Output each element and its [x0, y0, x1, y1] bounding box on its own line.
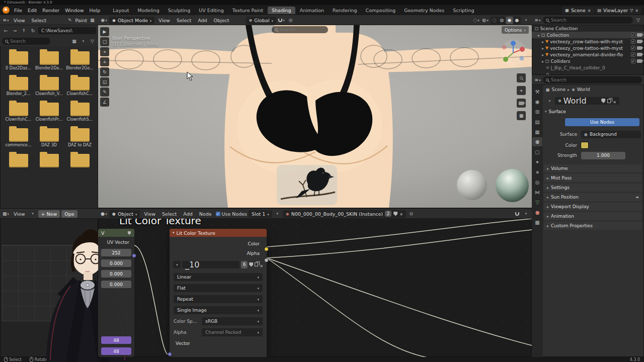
breadcrumb-scene[interactable]: Scene [552, 87, 566, 92]
fb-menu-view[interactable]: View [11, 17, 28, 24]
render-properties-icon[interactable]: ◉ [532, 97, 542, 106]
node-canvas[interactable]: V UV Vector 252 0.000 0.000 0.000 48 48 … [98, 219, 532, 357]
panel-volume[interactable]: Volume [544, 164, 642, 172]
users-count-badge[interactable]: 2 [385, 211, 391, 217]
select-tool-icon[interactable]: ▶ [100, 27, 109, 36]
fb-grid-icon[interactable]: ▦ [89, 17, 96, 24]
snap-magnet-icon[interactable] [278, 17, 285, 24]
overlay-options-icon[interactable] [522, 210, 530, 218]
expand-icon[interactable] [542, 52, 544, 57]
unlink-icon[interactable] [260, 260, 263, 269]
viewlayer-properties-icon[interactable]: ▤ [532, 117, 542, 126]
world-datablock-field[interactable]: ⊕ World [555, 97, 619, 105]
fb-display-settings-icon[interactable] [79, 38, 87, 45]
unlink-icon[interactable] [399, 211, 403, 217]
alpha-output-socket[interactable] [264, 258, 269, 262]
fake-user-icon[interactable] [393, 212, 397, 216]
pan-hand-icon[interactable]: + [517, 86, 526, 95]
image-texture-node[interactable]: ▾ Lit Color Texture Color Alpha _10 6 Li… [170, 229, 267, 357]
browse-material-icon[interactable] [274, 210, 281, 218]
vp-search-input[interactable] [280, 27, 325, 32]
editor-type-icon[interactable]: ◉ [100, 17, 108, 24]
fb-search-input[interactable] [10, 39, 47, 44]
color-space-dropdown[interactable]: sRGB [202, 317, 263, 325]
projection-dropdown[interactable]: Flat [174, 284, 263, 292]
editor-type-icon[interactable]: ≡ [2, 17, 10, 24]
folder-item[interactable]: ClownfishC... [3, 101, 34, 122]
render-visibility-icon[interactable] [637, 40, 642, 43]
editor-type-icon[interactable]: ▩ [2, 210, 10, 218]
menu-help[interactable]: Help [87, 7, 103, 14]
exclude-checkbox[interactable] [631, 59, 635, 63]
back-icon[interactable]: ← [2, 27, 10, 35]
shading-rendered-icon[interactable]: ● [513, 17, 521, 24]
vector-input-socket[interactable] [168, 352, 172, 356]
editor-type-icon[interactable]: ≡ [534, 17, 541, 24]
exclude-checkbox[interactable] [631, 46, 635, 50]
data-properties-icon[interactable]: ▽ [532, 198, 542, 207]
shading-solid-icon[interactable]: ◍ [498, 17, 506, 24]
shading-options-icon[interactable] [522, 17, 530, 24]
annotate-tool-icon[interactable]: ✎ [100, 87, 109, 97]
uv-vector-output-socket[interactable] [132, 253, 136, 258]
color-output-socket[interactable] [264, 247, 269, 251]
move-tool-icon[interactable]: + [100, 57, 109, 66]
editor-type-icon[interactable]: ● [100, 210, 108, 218]
tab-shading[interactable]: Shading [268, 7, 295, 14]
fb-filter-icon[interactable]: ▽ [89, 38, 96, 45]
tab-texture-paint[interactable]: Texture Paint [228, 7, 267, 14]
vp-search-field[interactable] [272, 26, 328, 33]
menu-file[interactable]: File [12, 7, 25, 14]
render-visibility-icon[interactable] [637, 53, 642, 56]
navigation-gizmo[interactable] [500, 39, 527, 66]
physics-properties-icon[interactable]: ◎ [532, 177, 542, 187]
editor-type-icon[interactable]: ≡ [534, 76, 541, 84]
up-icon[interactable]: ↑ [20, 27, 28, 35]
outliner-row[interactable]: ▢ Colliders [532, 58, 644, 64]
uv-node-header[interactable]: V [98, 229, 134, 237]
fb-menu-select[interactable]: Select [29, 17, 49, 24]
viewlayer-close-icon[interactable] [635, 8, 638, 13]
transform-orientation-dropdown[interactable]: ⊕Global [246, 17, 277, 24]
folder-item[interactable] [64, 152, 95, 168]
tab-compositing[interactable]: Compositing [362, 7, 400, 14]
fake-user-icon[interactable] [249, 262, 253, 267]
constraints-properties-icon[interactable]: ⋈ [532, 188, 542, 197]
outliner-search-input[interactable] [551, 18, 630, 23]
image-browse-icon[interactable] [173, 261, 181, 268]
folder-item[interactable]: ClownfishC... [64, 75, 95, 96]
outliner-search-field[interactable] [543, 17, 633, 24]
ortho-grid-icon[interactable]: ▦ [517, 111, 526, 120]
vp-menu-view[interactable]: View [156, 17, 173, 24]
open-image-button[interactable]: Ope [61, 210, 77, 218]
folder-item[interactable]: DAZ to DAZ [64, 126, 95, 147]
image-users-badge[interactable]: 6 [241, 261, 248, 268]
outliner-row[interactable]: ▢ Collection [532, 32, 644, 38]
folder-item[interactable]: ClownfishS... [64, 101, 95, 122]
ie-menu-view[interactable]: View [11, 211, 28, 217]
strength-field[interactable]: 1.000 [581, 152, 625, 159]
object-properties-icon[interactable]: ▢ [532, 147, 542, 156]
viewport-canvas[interactable]: ▶ ▢ ⌖ + ↻ ◱ ✎ ∠ User Perspective (1) Col… [98, 25, 532, 208]
fake-user-icon[interactable] [601, 99, 605, 103]
blender-logo-icon[interactable] [3, 7, 10, 14]
folder-item[interactable]: Blender2Go... [64, 49, 95, 70]
use-nodes-checkbox[interactable] [216, 212, 220, 216]
outliner-filter-icon[interactable]: ▽ [634, 17, 642, 24]
sh-menu-view[interactable]: View [141, 211, 158, 217]
expand-icon[interactable] [538, 33, 540, 38]
options-button[interactable]: Options [502, 26, 529, 34]
refresh-icon[interactable]: ↻ [29, 27, 37, 35]
measure-tool-icon[interactable]: ∠ [100, 98, 109, 107]
expand-icon[interactable] [542, 39, 544, 44]
outliner-row[interactable]: ▢ Scene Collection [532, 25, 644, 32]
folder-item[interactable]: 0 Daz2Daz... [3, 49, 34, 70]
render-visibility-icon[interactable] [637, 59, 642, 63]
fb-thumbnail-view-icon[interactable]: ▦ [70, 38, 78, 45]
output-properties-icon[interactable]: ⊞ [532, 107, 542, 116]
surface-value-dropdown[interactable]: ● Background [581, 131, 641, 138]
value-field[interactable]: 0.000 [101, 259, 131, 267]
panel-sun-position[interactable]: Sun Position≡ [544, 193, 642, 201]
proportional-edit-icon[interactable]: ◎ [287, 17, 294, 24]
gizmo-dropdown-icon[interactable]: ◌ [472, 17, 480, 24]
